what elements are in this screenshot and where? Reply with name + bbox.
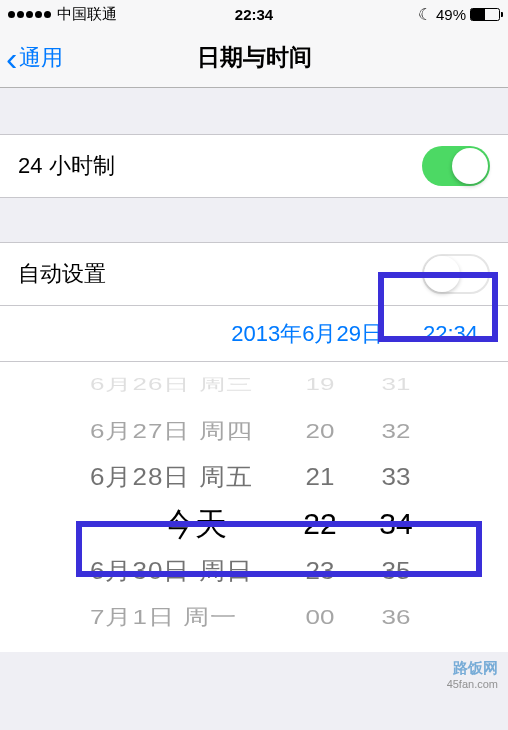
status-left: 中国联通	[8, 5, 235, 24]
picker-min-item: 37	[382, 649, 411, 652]
picker-date-item: 6月26日 周三	[90, 371, 253, 399]
nav-bar: ‹ 通用 日期与时间	[0, 28, 508, 88]
picker-column-date[interactable]: 6月26日 周三 6月27日 周四 6月28日 周五 今天 6月30日 周日 7…	[90, 362, 280, 652]
dnd-icon: ☾	[418, 5, 432, 24]
picker-column-minute[interactable]: 31 32 33 34 35 36 37	[372, 362, 420, 652]
picker-column-hour[interactable]: 19 20 21 22 23 00 01	[296, 362, 344, 652]
picker-hour-item: 23	[306, 550, 335, 592]
back-button[interactable]: ‹ 通用	[0, 41, 63, 75]
row-24hour: 24 小时制	[0, 134, 508, 198]
battery-icon	[470, 8, 500, 21]
row-datetime[interactable]: 2013年6月29日 22:34	[0, 306, 508, 362]
watermark-name: 路饭网	[453, 659, 498, 678]
battery-pct: 49%	[436, 6, 466, 23]
picker-date-item: 7月1日 周一	[90, 599, 237, 636]
picker-date-item: 6月28日 周五	[90, 456, 253, 498]
picker-date-item: 7月2日 周二	[90, 649, 237, 652]
picker-hour-item: 01	[306, 649, 335, 652]
picker-hour-selected: 22	[303, 500, 336, 548]
picker-min-item: 32	[382, 413, 411, 450]
status-time: 22:34	[235, 6, 273, 23]
picker-hour-item: 19	[306, 371, 335, 399]
picker-min-selected: 34	[379, 500, 412, 548]
current-date: 2013年6月29日	[231, 319, 383, 349]
picker-date-item: 6月27日 周四	[90, 413, 253, 450]
picker-date-item: 6月30日 周日	[90, 550, 253, 592]
section-gap	[0, 198, 508, 242]
page-title: 日期与时间	[197, 42, 312, 73]
picker-min-item: 35	[382, 550, 411, 592]
row-autoset-label: 自动设置	[18, 259, 106, 289]
picker-hour-item: 20	[306, 413, 335, 450]
watermark-url: 45fan.com	[447, 678, 498, 690]
picker-hour-item: 00	[306, 599, 335, 636]
current-time: 22:34	[423, 321, 478, 347]
picker-min-item: 33	[382, 456, 411, 498]
row-24hour-label: 24 小时制	[18, 151, 115, 181]
section-gap	[0, 88, 508, 134]
carrier-label: 中国联通	[57, 5, 117, 24]
back-label: 通用	[19, 43, 63, 73]
watermark: 路饭网 45fan.com	[447, 659, 498, 690]
status-right: ☾ 49%	[273, 5, 500, 24]
toggle-24hour[interactable]	[422, 146, 490, 186]
status-bar: 中国联通 22:34 ☾ 49%	[0, 0, 508, 28]
picker-hour-item: 21	[306, 456, 335, 498]
row-autoset: 自动设置	[0, 242, 508, 306]
datetime-picker[interactable]: 6月26日 周三 6月27日 周四 6月28日 周五 今天 6月30日 周日 7…	[0, 362, 508, 652]
chevron-left-icon: ‹	[6, 41, 17, 75]
picker-min-item: 36	[382, 599, 411, 636]
picker-date-selected: 今天	[163, 500, 227, 548]
toggle-autoset[interactable]	[422, 254, 490, 294]
signal-icon	[8, 11, 51, 18]
picker-min-item: 31	[382, 371, 411, 399]
